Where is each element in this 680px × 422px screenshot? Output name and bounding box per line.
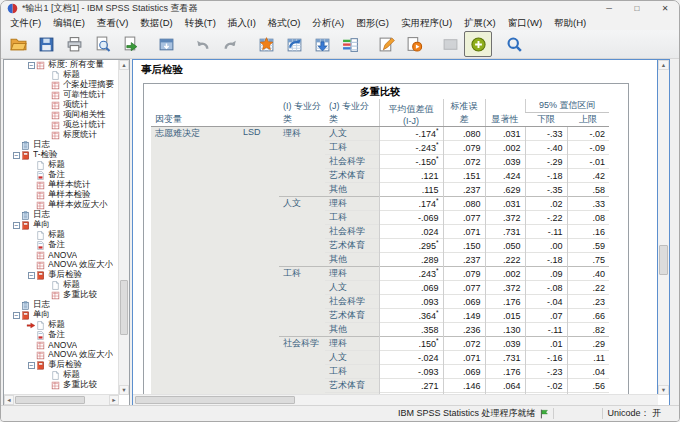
- tree-item-多重比较[interactable]: 多重比较: [4, 380, 119, 390]
- menu-extensions[interactable]: 扩展(X): [458, 16, 502, 30]
- tree-item-日志[interactable]: 日志: [4, 210, 119, 220]
- scroll-thumb[interactable]: [15, 396, 85, 404]
- tree-expander[interactable]: −: [11, 220, 21, 230]
- dialog-recall-button[interactable]: [152, 31, 180, 57]
- maximize-button[interactable]: □: [623, 1, 651, 16]
- j-category-label: 工科: [325, 365, 379, 379]
- tree-item-可靠性统计[interactable]: 可靠性统计: [4, 90, 119, 100]
- use-sets-button[interactable]: [336, 31, 364, 57]
- collapse-minus-icon[interactable]: −: [28, 362, 35, 369]
- menu-format[interactable]: 格式(O): [262, 16, 307, 30]
- save-button[interactable]: [32, 31, 60, 57]
- export-button[interactable]: [116, 31, 144, 57]
- table-icon: [51, 121, 60, 130]
- notes-icon: [36, 171, 45, 180]
- show-hide-button[interactable]: [464, 31, 492, 57]
- tree-item-标度统计[interactable]: 标度统计: [4, 130, 119, 140]
- book-icon: [21, 151, 30, 160]
- menu-edit[interactable]: 编辑(E): [47, 16, 91, 30]
- tree-expander[interactable]: −: [11, 310, 21, 320]
- tree-item-label: 多重比较: [63, 379, 97, 391]
- tree-horizontal-scrollbar[interactable]: ◄ ►: [4, 394, 119, 405]
- scroll-thumb[interactable]: [120, 280, 128, 335]
- menu-data[interactable]: 数据(D): [134, 16, 178, 30]
- collapse-minus-icon[interactable]: −: [13, 312, 20, 319]
- std-error-value: .077: [443, 211, 485, 225]
- scroll-down-arrow[interactable]: ▼: [119, 385, 129, 395]
- std-error-value: .146: [443, 379, 485, 393]
- pivot-row: 志愿难决定LSD理科人文-.174*.080.031-.33-.02: [151, 127, 609, 141]
- tree-item-多重比较[interactable]: 多重比较: [4, 290, 119, 300]
- print-preview-button[interactable]: [88, 31, 116, 57]
- menu-help[interactable]: 帮助(H): [548, 16, 592, 30]
- tree-item-标题[interactable]: 标题: [4, 370, 119, 380]
- tree-item-事后检验[interactable]: −事后检验: [4, 360, 119, 370]
- pivot-table-frame[interactable]: 多重比较 因变量 (I) 专业分类 (J) 专业分类 平均值差值 (I-J) 标…: [143, 83, 629, 395]
- j-category-label: 工科: [325, 211, 379, 225]
- ci-upper-value: .11: [567, 351, 609, 365]
- menu-insert[interactable]: 插入(I): [222, 16, 262, 30]
- run-script-button[interactable]: [400, 31, 428, 57]
- designate-window-button[interactable]: [372, 31, 400, 57]
- processor-status: IBM SPSS Statistics 处理程序就绪: [398, 407, 550, 420]
- tree-item-标度: 所有变量[interactable]: −标度: 所有变量: [4, 60, 119, 70]
- scroll-up-arrow[interactable]: ▲: [119, 60, 129, 70]
- scroll-up-arrow[interactable]: ▲: [658, 60, 669, 70]
- table-icon: [51, 291, 60, 300]
- tree-expander[interactable]: −: [26, 360, 36, 370]
- tree-expander[interactable]: −: [26, 60, 36, 70]
- undo-button[interactable]: [188, 31, 216, 57]
- tree-expander[interactable]: −: [11, 150, 21, 160]
- collapse-minus-icon[interactable]: −: [28, 272, 35, 279]
- collapse-minus-icon[interactable]: −: [28, 62, 35, 69]
- menu-file[interactable]: 文件(F): [4, 16, 47, 30]
- table-icon: [36, 351, 45, 360]
- ci-lower-value: -.29: [525, 155, 567, 169]
- open-button[interactable]: [4, 31, 32, 57]
- scroll-thumb[interactable]: [659, 245, 668, 275]
- select-last-output-button: [436, 31, 464, 57]
- tree-item-单样本效应大小[interactable]: 单样本效应大小: [4, 200, 119, 210]
- output-document[interactable]: 事后检验 多重比较 因变量 (I) 专业分类 (J) 专业分类 平均值差值 (I…: [133, 60, 658, 395]
- print-button[interactable]: [60, 31, 88, 57]
- menu-graphs[interactable]: 图形(G): [350, 16, 395, 30]
- content-vertical-scrollbar[interactable]: ▲ ▼: [657, 60, 669, 395]
- scroll-left-arrow[interactable]: ◄: [4, 395, 14, 405]
- menu-utilities[interactable]: 实用程序(U): [395, 16, 458, 30]
- collapse-minus-icon[interactable]: −: [13, 222, 20, 229]
- content-horizontal-scrollbar[interactable]: [133, 394, 658, 405]
- menu-view[interactable]: 查看(V): [91, 16, 135, 30]
- std-error-value: .149: [443, 309, 485, 323]
- mean-difference-value: -.174*: [379, 127, 443, 141]
- menu-analyze[interactable]: 分析(A): [307, 16, 351, 30]
- tree-item-日志[interactable]: 日志: [4, 140, 119, 150]
- minimize-button[interactable]: ─: [595, 1, 623, 16]
- scroll-right-arrow[interactable]: ►: [109, 395, 119, 405]
- tree-item-备注[interactable]: 备注: [4, 240, 119, 250]
- tree-item-备注[interactable]: 备注: [4, 330, 119, 340]
- scroll-down-arrow[interactable]: ▼: [658, 385, 669, 395]
- spss-app-icon: [7, 3, 18, 14]
- scroll-thumb[interactable]: [135, 396, 295, 404]
- redo-button[interactable]: [216, 31, 244, 57]
- sig-value: .031: [485, 197, 525, 211]
- tree-spacer: [26, 230, 36, 240]
- collapse-minus-icon[interactable]: −: [13, 152, 20, 159]
- tree-item-标题[interactable]: 标题: [4, 280, 119, 290]
- goto-variable-button[interactable]: [280, 31, 308, 57]
- tree-expander[interactable]: −: [26, 270, 36, 280]
- menu-window[interactable]: 窗口(W): [502, 16, 548, 30]
- mean-difference-value: .093: [379, 295, 443, 309]
- tree-vertical-scrollbar[interactable]: ▲ ▼: [118, 60, 129, 395]
- print-preview-icon: [94, 36, 111, 53]
- goto-case-button[interactable]: [252, 31, 280, 57]
- variables-button[interactable]: [308, 31, 336, 57]
- pivot-table[interactable]: 多重比较 因变量 (I) 专业分类 (J) 专业分类 平均值差值 (I-J) 标…: [151, 85, 609, 395]
- menu-transform[interactable]: 转换(T): [179, 16, 222, 30]
- close-button[interactable]: ✕: [651, 1, 679, 16]
- zoom-button[interactable]: [500, 31, 528, 57]
- tree-item-事后检验[interactable]: −事后检验: [4, 270, 119, 280]
- tree-item-项总计统计[interactable]: 项总计统计: [4, 120, 119, 130]
- col-header-j: (J) 专业分类: [325, 99, 379, 127]
- tree-item-日志[interactable]: 日志: [4, 300, 119, 310]
